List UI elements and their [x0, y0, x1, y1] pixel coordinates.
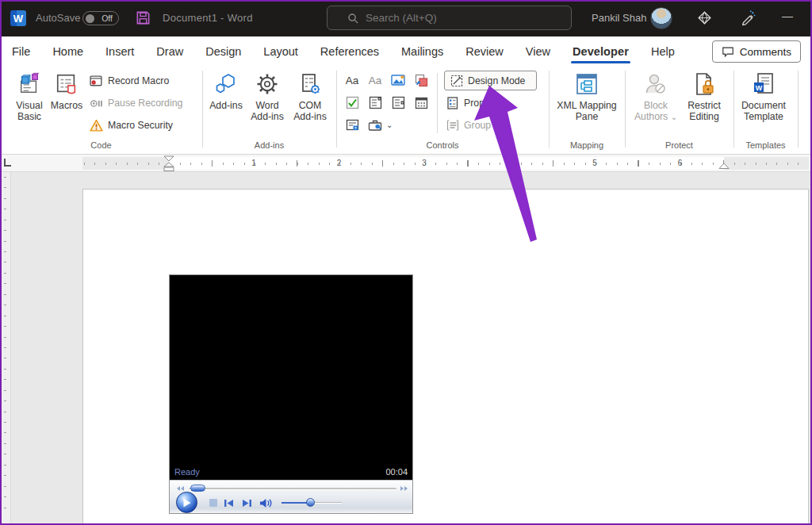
minimize-button[interactable]: —: [782, 10, 793, 22]
tab-mailings[interactable]: Mailings: [400, 38, 444, 65]
document-template-icon: W: [752, 72, 776, 96]
next-button[interactable]: [242, 499, 252, 508]
word-add-ins-button[interactable]: Word Add-ins: [247, 71, 288, 122]
restrict-editing-label: Restrict Editing: [682, 100, 726, 122]
date-picker-control-icon: [415, 96, 428, 109]
tab-file[interactable]: File: [11, 38, 31, 65]
right-indent-marker[interactable]: [718, 163, 730, 170]
group-divider: [336, 71, 337, 148]
visual-basic-icon: [17, 72, 41, 96]
word-logo-icon[interactable]: W: [10, 10, 26, 26]
tab-references[interactable]: References: [320, 38, 380, 65]
document-template-button[interactable]: W Document Template: [737, 71, 790, 122]
autosave-toggle[interactable]: Off: [82, 11, 119, 25]
search-box[interactable]: Search (Alt+Q): [327, 6, 572, 30]
chevron-down-icon: ⌄: [671, 113, 677, 121]
visual-basic-button[interactable]: Visual Basic: [11, 71, 48, 122]
document-template-label: Document Template: [737, 100, 790, 122]
vertical-ruler-ticks: [4, 177, 6, 518]
comments-button[interactable]: Comments: [712, 40, 801, 63]
indent-markers[interactable]: [163, 155, 174, 172]
properties-icon: [446, 97, 459, 109]
tab-help[interactable]: Help: [650, 38, 676, 65]
macro-security-button[interactable]: Macro Security: [90, 117, 173, 134]
rewind-icon[interactable]: [176, 485, 185, 492]
add-ins-button[interactable]: Add-ins: [209, 71, 243, 111]
autosave-label: AutoSave: [36, 12, 80, 24]
ruler-number: 5: [592, 159, 597, 167]
tab-view[interactable]: View: [525, 38, 551, 65]
play-button[interactable]: [176, 492, 197, 513]
user-name[interactable]: Pankil Shah: [592, 12, 646, 24]
seek-bar[interactable]: [189, 488, 396, 490]
rich-text-control-button[interactable]: Aa: [344, 72, 360, 88]
group-icon: [446, 119, 459, 132]
media-player-control[interactable]: Ready 00:04: [169, 274, 413, 514]
xml-mapping-icon: [575, 72, 599, 96]
dropdown-list-control-button[interactable]: [390, 94, 406, 110]
repeating-section-control-button[interactable]: [413, 72, 429, 88]
com-add-ins-button[interactable]: COM Add-ins: [289, 71, 331, 122]
svg-text:W: W: [756, 84, 763, 92]
tab-design[interactable]: Design: [205, 38, 242, 65]
seek-thumb[interactable]: [190, 485, 205, 492]
design-mode-button[interactable]: Design Mode: [444, 71, 537, 90]
tab-home[interactable]: Home: [52, 38, 84, 65]
chevron-down-icon[interactable]: ⌄: [386, 121, 393, 129]
combo-box-control-button[interactable]: [367, 94, 383, 110]
activex-controls-button[interactable]: [367, 117, 383, 132]
previous-button[interactable]: [224, 499, 234, 508]
checkbox-control-button[interactable]: [344, 94, 360, 110]
title-bar: W AutoSave Off Document1 - Word Search (…: [0, 0, 812, 36]
whats-new-pen-icon[interactable]: [739, 10, 756, 26]
properties-button[interactable]: Properties: [446, 94, 508, 112]
rich-text-control-icon: Aa: [346, 75, 359, 86]
save-icon[interactable]: [136, 10, 151, 25]
record-macro-icon: [90, 75, 103, 88]
group-divider: [202, 71, 203, 148]
picture-control-button[interactable]: [390, 72, 406, 88]
fast-forward-icon[interactable]: [400, 485, 408, 492]
volume-thumb[interactable]: [306, 498, 315, 507]
record-macro-label: Record Macro: [108, 75, 169, 86]
controls-group-label: Controls: [336, 140, 549, 150]
ruler-half-ticks: [212, 160, 767, 167]
design-mode-icon: [450, 75, 463, 87]
tab-insert[interactable]: Insert: [105, 38, 135, 65]
tab-developer[interactable]: Developer: [572, 38, 630, 65]
tab-review[interactable]: Review: [465, 38, 504, 65]
macros-button[interactable]: Macros: [49, 71, 84, 111]
tab-layout[interactable]: Layout: [262, 38, 299, 65]
menu-bar: File Home Insert Draw Design Layout Refe…: [0, 36, 812, 67]
add-ins-group-label: Add-ins: [202, 140, 336, 150]
ruler-number: 1: [251, 159, 256, 167]
record-macro-button[interactable]: Record Macro: [90, 72, 169, 90]
player-time: 00:04: [385, 467, 408, 477]
design-mode-label: Design Mode: [468, 75, 525, 86]
tab-draw[interactable]: Draw: [155, 38, 184, 65]
ruler-number: 2: [337, 159, 342, 167]
stop-button[interactable]: [209, 499, 217, 507]
diamond-icon[interactable]: [697, 10, 712, 25]
search-placeholder: Search (Alt+Q): [366, 12, 437, 24]
restrict-editing-button[interactable]: Restrict Editing: [682, 71, 726, 122]
combo-box-control-icon: [369, 96, 382, 109]
controls-inner-divider: [437, 73, 438, 133]
block-authors-button: Block Authors ⌄: [633, 71, 679, 123]
com-add-ins-label: COM Add-ins: [289, 100, 331, 122]
block-authors-label: Block Authors: [634, 100, 668, 122]
xml-mapping-pane-button[interactable]: XML Mapping Pane: [553, 71, 620, 122]
volume-icon[interactable]: [259, 497, 273, 509]
avatar[interactable]: [650, 7, 672, 29]
ruler-number: 3: [422, 159, 427, 167]
plain-text-control-button[interactable]: Aa: [367, 72, 383, 88]
activex-toolbox-icon: [368, 118, 382, 132]
date-picker-control-button[interactable]: [413, 94, 429, 110]
block-authors-icon: [644, 72, 668, 96]
macros-label: Macros: [51, 100, 82, 111]
tab-selector[interactable]: [2, 157, 13, 170]
group-divider: [733, 71, 734, 148]
legacy-tools-button[interactable]: [344, 117, 360, 132]
autosave-state: Off: [102, 13, 113, 23]
comments-icon: [722, 46, 734, 58]
